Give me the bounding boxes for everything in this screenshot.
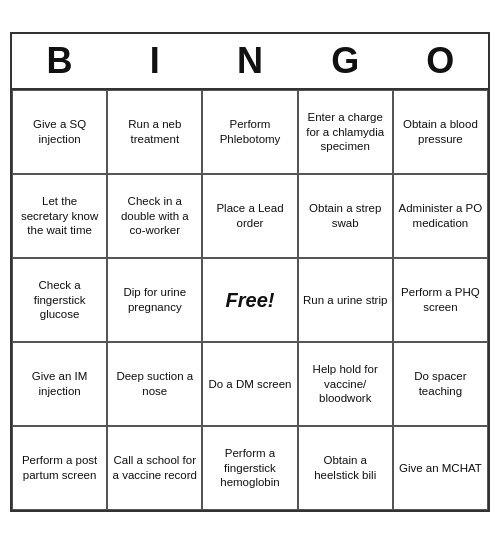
bingo-cell-4[interactable]: Obtain a blood pressure — [393, 90, 488, 174]
bingo-cell-16[interactable]: Deep suction a nose — [107, 342, 202, 426]
bingo-cell-14[interactable]: Perform a PHQ screen — [393, 258, 488, 342]
bingo-grid: Give a SQ injectionRun a neb treatmentPe… — [12, 88, 488, 510]
bingo-cell-12[interactable]: Free! — [202, 258, 297, 342]
bingo-cell-17[interactable]: Do a DM screen — [202, 342, 297, 426]
bingo-cell-13[interactable]: Run a urine strip — [298, 258, 393, 342]
bingo-cell-5[interactable]: Let the secretary know the wait time — [12, 174, 107, 258]
bingo-cell-3[interactable]: Enter a charge for a chlamydia specimen — [298, 90, 393, 174]
bingo-cell-7[interactable]: Place a Lead order — [202, 174, 297, 258]
bingo-letter-g: G — [300, 40, 390, 82]
bingo-cell-18[interactable]: Help hold for vaccine/ bloodwork — [298, 342, 393, 426]
bingo-header: BINGO — [12, 34, 488, 88]
bingo-cell-2[interactable]: Perform Phlebotomy — [202, 90, 297, 174]
bingo-card: BINGO Give a SQ injectionRun a neb treat… — [10, 32, 490, 512]
bingo-letter-o: O — [395, 40, 485, 82]
bingo-cell-22[interactable]: Perform a fingerstick hemoglobin — [202, 426, 297, 510]
bingo-cell-20[interactable]: Perform a post partum screen — [12, 426, 107, 510]
bingo-cell-19[interactable]: Do spacer teaching — [393, 342, 488, 426]
bingo-cell-15[interactable]: Give an IM injection — [12, 342, 107, 426]
bingo-cell-24[interactable]: Give an MCHAT — [393, 426, 488, 510]
bingo-cell-21[interactable]: Call a school for a vaccine record — [107, 426, 202, 510]
bingo-cell-0[interactable]: Give a SQ injection — [12, 90, 107, 174]
bingo-cell-23[interactable]: Obtain a heelstick bili — [298, 426, 393, 510]
bingo-letter-n: N — [205, 40, 295, 82]
bingo-letter-i: I — [110, 40, 200, 82]
bingo-cell-10[interactable]: Check a fingerstick glucose — [12, 258, 107, 342]
bingo-cell-1[interactable]: Run a neb treatment — [107, 90, 202, 174]
bingo-cell-6[interactable]: Check in a double with a co-worker — [107, 174, 202, 258]
bingo-letter-b: B — [15, 40, 105, 82]
bingo-cell-8[interactable]: Obtain a strep swab — [298, 174, 393, 258]
bingo-cell-9[interactable]: Administer a PO medication — [393, 174, 488, 258]
bingo-cell-11[interactable]: Dip for urine pregnancy — [107, 258, 202, 342]
